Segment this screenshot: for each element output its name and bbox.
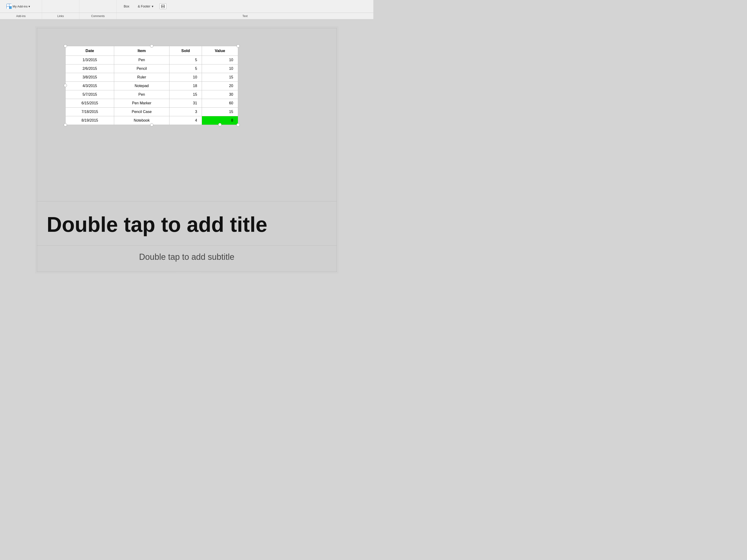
table-cell: 7/18/2015 [66,107,114,116]
addins-icon [6,4,12,9]
handle-inner-green[interactable] [218,123,222,126]
dashed-divider-bottom [37,245,337,246]
table-cell: Pen [114,55,170,64]
col-header-sold: Sold [169,46,202,55]
comments-label-section: Comments [79,13,117,19]
table-cell: Ruler [114,73,170,81]
table-cell: 31 [169,99,202,107]
svg-rect-5 [161,6,164,8]
box-label: Box [124,4,129,8]
footer-button[interactable]: & Footer ▾ [135,3,156,9]
text-section: Box & Footer ▾ [117,0,374,12]
handle-top-left[interactable] [64,44,67,48]
table-cell: 60 [202,99,238,107]
table-cell: Notepad [114,81,170,90]
table-cell: 18 [169,81,202,90]
toolbar: My Add-ins ▾ Box & Footer ▾ [0,0,374,13]
links-label-section: Links [42,13,79,19]
table-cell: Pen [114,90,170,99]
handle-top-center[interactable] [150,44,153,48]
addins-label-section: Add-ins [0,13,42,19]
table-cell: 5 [169,64,202,73]
addins-section-label: Add-ins [16,15,26,18]
addins-dropdown-arrow: ▾ [28,5,30,8]
handle-bottom-center[interactable] [150,123,153,127]
addins-button[interactable]: My Add-ins ▾ [5,3,32,10]
table-cell: Pencil [114,64,170,73]
table-cell: 5 [169,55,202,64]
toolbar-labels-row: Add-ins Links Comments Text [0,13,374,19]
table-cell: 15 [202,73,238,81]
table-row: 1/3/2015Pen510 [66,55,238,64]
table-cell: Notebook [114,116,170,125]
svg-rect-3 [9,6,12,9]
slide-subtitle[interactable]: Double tap to add subtitle [35,252,338,262]
comments-section-label: Comments [91,15,105,18]
handle-bottom-left[interactable] [64,123,67,127]
table-row: 2/6/2015Pencil510 [66,64,238,73]
text-items: Box & Footer ▾ [121,3,166,9]
table-cell: 15 [169,90,202,99]
table-cell: 1/3/2015 [66,55,114,64]
text-section-label: Text [242,15,248,18]
table-cell: 10 [202,64,238,73]
table-cell: 10 [169,73,202,81]
links-section [42,0,79,12]
table-cell: 4/3/2015 [66,81,114,90]
table-row: 6/15/2015Pen Marker3160 [66,99,238,107]
table-row: 3/8/2015Ruler1015 [66,73,238,81]
text-label-section: Text [117,13,374,19]
slide-title[interactable]: Double tap to add title [35,213,338,236]
table-row: 5/7/2015Pen1530 [66,90,238,99]
table-cell: 30 [202,90,238,99]
table-cell: 8/19/2015 [66,116,114,125]
table-cell: 20 [202,81,238,90]
svg-rect-4 [161,5,164,6]
table-cell: 10 [202,55,238,64]
footer-label: & Footer [138,4,150,8]
svg-rect-0 [7,4,9,6]
links-section-label: Links [57,15,64,18]
table-cell: 6/15/2015 [66,99,114,107]
table-cell: 2/6/2015 [66,64,114,73]
collapse-button[interactable] [159,3,166,9]
table-cell: Pen Marker [114,99,170,107]
handle-middle-left[interactable] [64,84,67,87]
data-table: Date Item Sold Value 1/3/2015Pen5102/6/2… [66,46,238,125]
table-row: 7/18/2015Pencil Case315 [66,107,238,116]
comments-section [79,0,117,12]
col-header-value: Value [202,46,238,55]
col-header-item: Item [114,46,170,55]
handle-bottom-right[interactable] [236,123,240,127]
box-button[interactable]: Box [121,3,132,9]
table-container[interactable]: Date Item Sold Value 1/3/2015Pen5102/6/2… [66,46,238,125]
collapse-icon [161,5,165,8]
table-cell: Pencil Case [114,107,170,116]
addins-section: My Add-ins ▾ [0,0,42,12]
table-cell: 5/7/2015 [66,90,114,99]
slide[interactable]: Date Item Sold Value 1/3/2015Pen5102/6/2… [35,26,338,274]
table-cell: 3 [169,107,202,116]
table-row: 4/3/2015Notepad1820 [66,81,238,90]
table-cell: 15 [202,107,238,116]
col-header-date: Date [66,46,114,55]
addins-label: My Add-ins [12,5,28,8]
slide-area: Date Item Sold Value 1/3/2015Pen5102/6/2… [0,19,374,280]
svg-rect-2 [7,6,9,9]
handle-top-right[interactable] [236,44,240,48]
table-cell: 3/8/2015 [66,73,114,81]
footer-dropdown-arrow: ▾ [152,4,153,8]
table-cell: 4 [169,116,202,125]
table-cell: 8 [202,116,238,125]
svg-rect-1 [9,4,12,6]
